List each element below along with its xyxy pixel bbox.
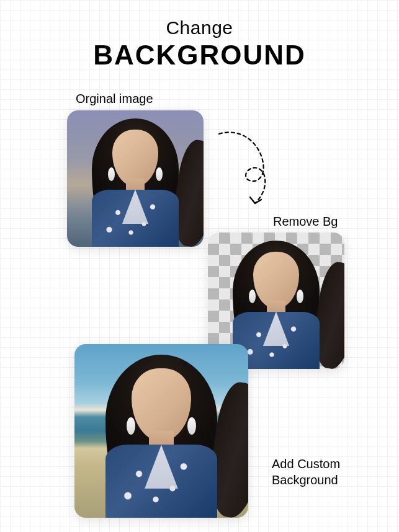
person-illustration (67, 110, 204, 247)
custom-bg-image-card (74, 344, 248, 518)
title-background: BACKGROUND (0, 40, 399, 71)
person-illustration (74, 344, 248, 518)
label-remove-bg: Remove Bg (273, 215, 338, 229)
title-change: Change (0, 17, 399, 38)
label-add-custom-background: Add Custom Background (272, 456, 365, 488)
label-original-image: Orginal image (76, 92, 153, 106)
original-image-card (67, 110, 204, 247)
arrow-icon (214, 129, 289, 210)
